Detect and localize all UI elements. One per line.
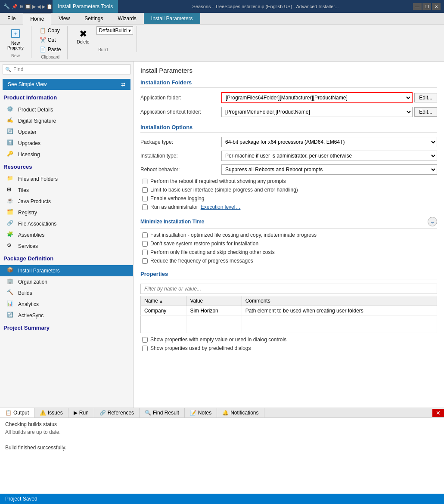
nav-label-licensing: Licensing [18, 152, 40, 158]
bottom-tab-notifications[interactable]: 🔔 Notifications [217, 408, 264, 417]
product-details-icon: ⚙️ [7, 106, 15, 114]
reboot-select[interactable]: Suppress all Reboots and Reboot prompts [221, 164, 437, 175]
delete-button[interactable]: ✖ Delete [73, 26, 93, 46]
bottom-tab-find-result[interactable]: 🔍 Find Result [140, 408, 185, 417]
reduce-progress-row: Reduce the frequency of progress message… [140, 258, 437, 264]
nav-label-registry: Registry [18, 210, 37, 216]
install-type-select[interactable]: Per-machine if user is administrator, pe… [221, 151, 437, 161]
nav-item-organization[interactable]: 🏢 Organization [0, 276, 133, 288]
status-text: Project Saved [5, 496, 37, 502]
show-predefined-checkbox[interactable] [142, 346, 148, 351]
bottom-tab-output[interactable]: 📋 Output [0, 408, 34, 417]
show-empty-checkbox[interactable] [142, 337, 148, 343]
app-icon: 🔧 [3, 3, 10, 9]
nav-item-files-folders[interactable]: 📁 Files and Folders [0, 173, 133, 185]
bottom-tab-issues[interactable]: ⚠️ Issues [34, 408, 68, 417]
perform-reboot-checkbox[interactable] [142, 179, 148, 184]
nav-item-registry[interactable]: 🗂️ Registry [0, 207, 133, 218]
main-area: 🔍 See Simple View ⇄ Product Information … [0, 62, 444, 408]
file-costing-checkbox[interactable] [142, 250, 148, 255]
minimize-time-header: Minimize Installation Time ⌄ [140, 217, 437, 229]
cut-label: Cut [48, 37, 56, 43]
build-config-dropdown[interactable]: DefaultBuild ▾ [96, 26, 133, 35]
ribbon-group-clipboard-label: Clipboard [41, 55, 59, 59]
col-value[interactable]: Value [186, 296, 242, 306]
minimize-button[interactable]: — [413, 3, 422, 10]
package-type-select[interactable]: 64-bit package for x64 processors (AMD64… [221, 137, 437, 147]
tab-install-parameters[interactable]: Install Parameters [144, 13, 200, 24]
app-shortcut-edit-button[interactable]: Edit... [414, 107, 437, 117]
output-line-2: All builds are up to date. [5, 429, 439, 435]
execution-level-link[interactable]: Execution level… [201, 204, 241, 210]
copy-button[interactable]: 📋 Copy [37, 26, 64, 35]
app-folder-edit-button[interactable]: Edit... [414, 93, 437, 102]
nav-item-licensing[interactable]: 🔑 Licensing [0, 149, 133, 160]
fast-install-checkbox[interactable] [142, 232, 148, 238]
nav-item-updater[interactable]: 🔄 Updater [0, 127, 133, 138]
section-header-package: Package Definition [0, 253, 133, 264]
output-line-1: Checking builds status [5, 421, 439, 427]
collapse-minimize-button[interactable]: ⌄ [428, 217, 437, 226]
show-empty-label: Show properties with empty value or used… [150, 337, 286, 343]
reboot-label: Reboot behavior: [140, 167, 218, 173]
output-line-3 [5, 437, 439, 443]
delete-label: Delete [77, 40, 89, 44]
tab-home[interactable]: Home [23, 13, 51, 25]
search-input[interactable] [3, 64, 130, 74]
nav-item-activesync[interactable]: 🔃 ActiveSync [0, 310, 133, 321]
restore-button[interactable]: ❐ [422, 3, 431, 10]
nav-item-upgrades[interactable]: ⬆️ Upgrades [0, 138, 133, 149]
bottom-close-button[interactable]: ✕ [432, 409, 444, 417]
cut-button[interactable]: ✂️ Cut [37, 36, 64, 44]
search-box: 🔍 [3, 64, 130, 74]
installation-folders-section: Installation Folders Application folder:… [140, 79, 437, 117]
nav-item-product-details[interactable]: ⚙️ Product Details [0, 104, 133, 115]
tab-settings[interactable]: Settings [77, 13, 110, 24]
bottom-tab-references[interactable]: 🔗 References [94, 408, 140, 417]
nav-label-services: Services [18, 243, 38, 249]
registry-icon: 🗂️ [7, 209, 15, 216]
run-admin-checkbox[interactable] [142, 204, 148, 210]
ribbon: File Home View Settings Wizards Install … [0, 13, 444, 62]
install-type-label: Installation type: [140, 153, 218, 159]
nav-item-builds[interactable]: 🔨 Builds [0, 288, 133, 299]
app-folder-select[interactable]: [ProgramFiles64Folder][Manufacturer][Pro… [221, 92, 413, 103]
tab-view[interactable]: View [51, 13, 77, 24]
paste-button[interactable]: 📄 Paste [37, 45, 64, 54]
nav-label-updater: Updater [18, 129, 37, 135]
nav-item-services[interactable]: ⚙ Services [0, 241, 133, 252]
col-comments[interactable]: Comments [242, 296, 437, 306]
build-config-value: DefaultBuild [99, 28, 127, 34]
app-shortcut-select[interactable]: [ProgramMenuFolder][ProductName] [221, 107, 413, 117]
no-restore-label: Don't save system restore points for ins… [150, 241, 258, 247]
minimize-time-title: Minimize Installation Time [140, 219, 204, 225]
services-icon: ⚙ [7, 242, 15, 250]
nav-label-organization: Organization [18, 279, 47, 285]
reboot-row: Reboot behavior: Suppress all Reboots an… [140, 164, 437, 175]
bottom-tab-notes[interactable]: 📝 Notes [185, 408, 217, 417]
bottom-tab-run[interactable]: ▶ Run [68, 408, 94, 417]
nav-item-file-associations[interactable]: 🔗 File Associations [0, 218, 133, 229]
nav-item-analytics[interactable]: 📊 Analytics [0, 299, 133, 310]
app-folder-label: Application folder: [140, 95, 218, 101]
close-button[interactable]: ✕ [432, 3, 441, 10]
properties-filter-input[interactable] [140, 284, 437, 294]
nav-label-assemblies: Assemblies [18, 232, 44, 238]
no-restore-checkbox[interactable] [142, 241, 148, 247]
nav-item-install-parameters[interactable]: 📦 Install Parameters [0, 265, 133, 276]
properties-section: Properties Name Value Comments Company S [140, 271, 437, 351]
tab-file[interactable]: File [0, 13, 23, 24]
verbose-checkbox[interactable] [142, 196, 148, 201]
simple-view-button[interactable]: See Simple View ⇄ [3, 79, 130, 90]
tab-wizards[interactable]: Wizards [111, 13, 144, 24]
col-name[interactable]: Name [141, 296, 186, 306]
new-property-button[interactable]: + NewProperty [3, 26, 28, 53]
nav-item-assemblies[interactable]: 🧩 Assemblies [0, 229, 133, 241]
nav-item-digital-signature[interactable]: ✍️ Digital Signature [0, 115, 133, 127]
notifications-icon: 🔔 [222, 410, 229, 416]
nav-item-tiles[interactable]: ⊞ Tiles [0, 185, 133, 196]
nav-item-java-products[interactable]: ☕ Java Products [0, 196, 133, 207]
limit-ui-checkbox[interactable] [142, 187, 148, 193]
reduce-progress-checkbox[interactable] [142, 258, 148, 264]
nav-label-files-folders: Files and Folders [18, 176, 58, 182]
